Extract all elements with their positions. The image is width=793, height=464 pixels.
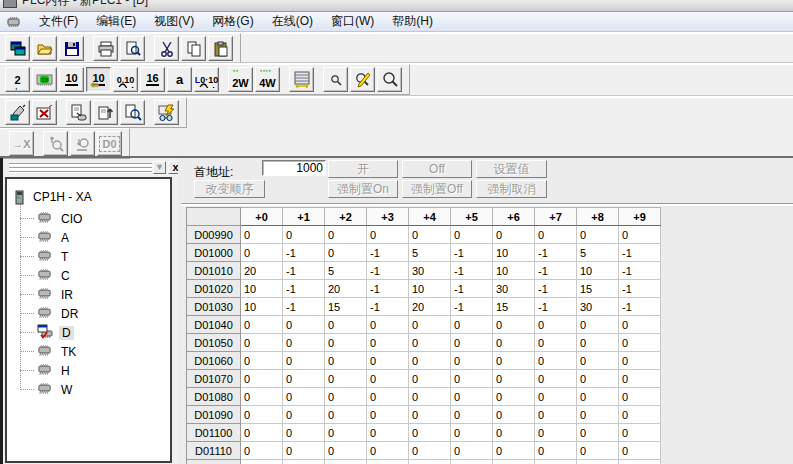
memory-cell[interactable]: 0 <box>493 316 535 334</box>
column-header-1[interactable]: +1 <box>283 208 325 226</box>
memory-cell[interactable]: 0 <box>493 460 535 464</box>
memory-cell[interactable]: 0 <box>283 460 325 464</box>
signed-decimal-format-button[interactable]: 10⇦ <box>86 67 111 92</box>
memory-cell[interactable]: -1 <box>451 298 493 316</box>
memory-cell[interactable]: 0 <box>367 316 409 334</box>
force-off-button[interactable]: 强制置Off <box>402 180 472 198</box>
memory-cell[interactable]: 0 <box>535 226 577 244</box>
compare-with-plc-button[interactable] <box>120 100 145 125</box>
memory-cell[interactable]: 0 <box>409 334 451 352</box>
memory-cell[interactable]: -1 <box>535 244 577 262</box>
column-header-6[interactable]: +6 <box>493 208 535 226</box>
memory-cell[interactable]: -1 <box>619 262 661 280</box>
memory-cell[interactable]: 20 <box>241 262 283 280</box>
memory-cell[interactable]: 0 <box>493 370 535 388</box>
memory-cell[interactable]: 10 <box>493 262 535 280</box>
binary-format-button[interactable]: 2, <box>5 67 30 92</box>
memory-cell[interactable]: 0 <box>367 334 409 352</box>
zoom-edit-button[interactable] <box>350 67 375 92</box>
memory-cell[interactable]: 10 <box>493 244 535 262</box>
memory-cell[interactable]: 0 <box>367 406 409 424</box>
memory-cell[interactable]: 0 <box>325 316 367 334</box>
memory-cell[interactable]: -1 <box>367 298 409 316</box>
memory-cell[interactable]: 0 <box>451 424 493 442</box>
memory-cell[interactable]: 0 <box>493 334 535 352</box>
tree-item-d[interactable]: D <box>37 323 170 342</box>
bcd-format-button[interactable]: 10 <box>32 67 57 92</box>
memory-cell[interactable]: 15 <box>577 280 619 298</box>
memory-cell[interactable]: -1 <box>283 298 325 316</box>
column-header-0[interactable]: +0 <box>241 208 283 226</box>
memory-cell[interactable]: 0 <box>619 370 661 388</box>
memory-cell[interactable]: 0 <box>577 442 619 460</box>
change-order-button[interactable]: 改变顺序 <box>194 180 265 198</box>
row-header-D01110[interactable]: D01110 <box>187 442 241 460</box>
memory-cell[interactable]: -1 <box>283 262 325 280</box>
memory-cell[interactable]: 0 <box>325 460 367 464</box>
memory-cell[interactable]: 0 <box>241 442 283 460</box>
memory-cell[interactable]: 15 <box>325 298 367 316</box>
memory-cell[interactable]: 0 <box>283 316 325 334</box>
memory-cell[interactable]: -1 <box>535 280 577 298</box>
memory-cell[interactable]: 10 <box>241 280 283 298</box>
memory-cell[interactable]: 30 <box>493 280 535 298</box>
clear-area-button[interactable] <box>32 100 57 125</box>
two-word-button[interactable]: ''2W <box>228 67 253 92</box>
memory-cell[interactable]: -1 <box>367 262 409 280</box>
memory-cell[interactable]: 0 <box>241 352 283 370</box>
memory-cell[interactable]: 0 <box>493 352 535 370</box>
zoom-large-button[interactable] <box>377 67 402 92</box>
address-combo[interactable] <box>9 162 152 173</box>
memory-cell[interactable]: 0 <box>325 370 367 388</box>
row-header-D01120[interactable]: D01120 <box>187 460 241 464</box>
memory-cell[interactable]: 0 <box>367 226 409 244</box>
tree-item-c[interactable]: C <box>37 266 170 285</box>
menu-item-3[interactable]: 网格(G) <box>203 11 262 32</box>
column-header-7[interactable]: +7 <box>535 208 577 226</box>
memory-cell[interactable]: 0 <box>619 406 661 424</box>
force-cancel-button[interactable]: 强制取消 <box>476 180 547 198</box>
memory-cell[interactable]: 0 <box>577 334 619 352</box>
memory-cell[interactable]: 0 <box>325 334 367 352</box>
menu-item-4[interactable]: 在线(O) <box>263 11 322 32</box>
memory-cell[interactable]: 0 <box>535 460 577 464</box>
memory-cell[interactable]: 0 <box>619 316 661 334</box>
monitor-button[interactable] <box>154 100 179 125</box>
memory-cell[interactable]: 0 <box>451 226 493 244</box>
memory-cell[interactable]: 0 <box>493 388 535 406</box>
menu-item-1[interactable]: 编辑(E) <box>87 11 145 32</box>
column-header-4[interactable]: +4 <box>409 208 451 226</box>
force-release-button[interactable]: →X <box>9 131 34 156</box>
memory-cell[interactable]: 0 <box>535 370 577 388</box>
memory-cell[interactable]: 0 <box>493 226 535 244</box>
memory-cell[interactable]: 0 <box>241 244 283 262</box>
memory-cell[interactable]: 0 <box>619 442 661 460</box>
row-header-D01050[interactable]: D01050 <box>187 334 241 352</box>
column-header-5[interactable]: +5 <box>451 208 493 226</box>
float-format-button[interactable]: 0.10 <box>113 67 138 92</box>
memory-cell[interactable]: 0 <box>325 352 367 370</box>
memory-cell[interactable]: 0 <box>409 424 451 442</box>
paste-button[interactable] <box>208 36 233 61</box>
memory-cell[interactable]: 0 <box>283 352 325 370</box>
memory-cell[interactable]: 0 <box>409 460 451 464</box>
memory-cell[interactable]: 0 <box>241 460 283 464</box>
memory-cell[interactable]: 0 <box>577 352 619 370</box>
memory-cell[interactable]: 0 <box>577 226 619 244</box>
next-address-button[interactable] <box>70 131 95 156</box>
memory-cell[interactable]: -1 <box>619 244 661 262</box>
memory-cell[interactable]: 0 <box>535 334 577 352</box>
cut-button[interactable] <box>154 36 179 61</box>
memory-cell[interactable]: 0 <box>409 316 451 334</box>
memory-cell[interactable]: -1 <box>535 262 577 280</box>
menu-item-5[interactable]: 窗口(W) <box>322 11 383 32</box>
memory-cell[interactable]: 0 <box>283 370 325 388</box>
memory-cell[interactable]: 0 <box>367 460 409 464</box>
text-format-button[interactable]: a <box>167 67 192 92</box>
start-address-input[interactable] <box>262 160 326 176</box>
memory-cell[interactable]: -1 <box>619 280 661 298</box>
memory-cell[interactable]: 0 <box>367 352 409 370</box>
print-button[interactable] <box>93 36 118 61</box>
memory-cell[interactable]: 0 <box>493 442 535 460</box>
memory-cell[interactable]: 0 <box>451 388 493 406</box>
